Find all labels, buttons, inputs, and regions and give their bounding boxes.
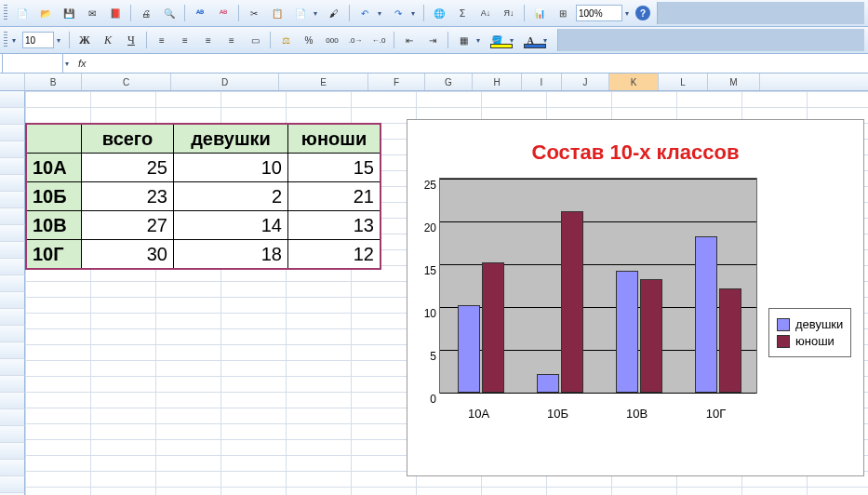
column-header-M[interactable]: M [708,74,760,90]
undo-dropdown-icon[interactable]: ▾ [378,9,385,18]
redo-dropdown-icon[interactable]: ▾ [411,9,419,18]
cell-girls[interactable]: 10 [174,154,288,182]
cell-total[interactable]: 23 [82,182,174,211]
row-header-8[interactable] [0,175,25,192]
cell-total[interactable]: 30 [82,240,174,270]
column-header-B[interactable]: B [25,74,82,90]
export-pdf-icon[interactable]: 📕 [105,3,126,23]
name-box-dropdown-icon[interactable]: ▾ [65,60,73,68]
cut-icon[interactable]: ✂ [244,3,264,23]
italic-button[interactable]: К [98,30,118,50]
cell-girls[interactable]: 14 [174,211,288,240]
preview-icon[interactable]: 🔍 [159,3,180,23]
row-header-16[interactable] [0,309,25,326]
row-header-4[interactable] [0,108,25,125]
spellcheck-icon[interactable]: ᴬᴮ [190,3,210,23]
row-header-9[interactable] [0,192,25,208]
chart-object[interactable]: Состав 10-х классов 0510152025 10А10Б10В… [407,119,864,476]
print-icon[interactable]: 🖨 [136,3,156,23]
align-justify-icon[interactable]: ≡ [221,30,242,50]
redo-icon[interactable]: ↷ [388,3,408,23]
row-header-20[interactable] [0,376,25,393]
cells-area[interactable]: всего девушки юноши 10А25101510Б2322110В… [25,91,868,495]
chart-icon[interactable]: 📊 [529,3,550,23]
column-header-F[interactable]: F [368,74,425,90]
name-box[interactable] [2,53,63,74]
row-header-17[interactable] [0,326,25,342]
help-icon[interactable]: ? [635,6,650,20]
underline-button[interactable]: Ч [121,30,141,50]
row-header-10[interactable] [0,208,25,225]
row-header-21[interactable] [0,393,25,409]
format-paint-icon[interactable]: 🖌 [324,3,344,23]
align-right-icon[interactable]: ≡ [198,30,219,50]
open-icon[interactable]: 📂 [35,3,56,23]
row-header-13[interactable] [0,259,25,275]
toolbar-handle[interactable] [4,5,7,21]
merge-cells-icon[interactable]: ▭ [245,30,265,50]
row-header-3[interactable] [0,91,25,108]
row-header-15[interactable] [0,292,25,309]
navigator-icon[interactable]: ⊞ [553,3,573,23]
cell-boys[interactable]: 21 [288,182,381,211]
cell-boys[interactable]: 15 [288,154,381,182]
sort-asc-icon[interactable]: А↓ [475,3,496,23]
percent-icon[interactable]: % [299,30,319,50]
row-header-11[interactable] [0,225,25,242]
fill-color-icon[interactable]: 🪣 [487,30,507,50]
column-header-I[interactable]: I [522,74,562,90]
column-header-K[interactable]: K [609,74,659,90]
autospell-icon[interactable]: ᴬᴮ [213,3,234,23]
select-all-corner[interactable] [0,74,25,91]
row-header-22[interactable] [0,409,25,426]
bold-button[interactable]: Ж [74,30,95,50]
formula-input[interactable] [92,54,868,73]
row-header-26[interactable] [0,476,25,493]
copy-icon[interactable]: 📋 [267,3,287,23]
currency-icon[interactable]: ⚖ [275,30,296,50]
fx-label[interactable]: fx [78,58,87,69]
remove-decimal-icon[interactable]: ←.0 [368,30,389,50]
align-center-icon[interactable]: ≡ [175,30,195,50]
undo-icon[interactable]: ↶ [354,3,375,23]
font-color-icon[interactable]: A [520,30,541,50]
thousands-icon[interactable]: 000 [322,30,342,50]
row-header-5[interactable] [0,125,25,141]
cell-total[interactable]: 25 [82,154,174,182]
row-header-12[interactable] [0,242,25,259]
row-header-6[interactable] [0,141,25,158]
column-header-D[interactable]: D [171,74,279,90]
row-header-24[interactable] [0,443,25,460]
sort-desc-icon[interactable]: Я↓ [499,3,519,23]
add-decimal-icon[interactable]: .0→ [345,30,366,50]
cell-boys[interactable]: 12 [288,240,381,270]
cell-girls[interactable]: 2 [174,182,288,211]
row-header-25[interactable] [0,460,25,476]
column-header-H[interactable]: H [473,74,522,90]
row-header-18[interactable] [0,342,25,359]
column-header-L[interactable]: L [659,74,708,90]
new-doc-icon[interactable]: 📄 [12,3,33,23]
column-header-E[interactable]: E [279,74,368,90]
save-icon[interactable]: 💾 [59,3,79,23]
column-header-J[interactable]: J [562,74,609,90]
paste-dropdown-icon[interactable]: ▾ [314,9,321,18]
increase-indent-icon[interactable]: ⇥ [422,30,443,50]
mail-icon[interactable]: ✉ [82,3,102,23]
font-size-input[interactable] [22,32,54,48]
column-header-C[interactable]: C [82,74,171,90]
font-size-dropdown-icon[interactable]: ▾ [57,36,64,45]
toolbar-handle[interactable] [4,32,7,48]
borders-icon[interactable]: ▦ [453,30,474,50]
align-left-icon[interactable]: ≡ [152,30,172,50]
paste-icon[interactable]: 📄 [290,3,311,23]
cell-boys[interactable]: 13 [288,211,381,240]
column-header-G[interactable]: G [425,74,473,90]
row-header-7[interactable] [0,158,25,175]
row-header-23[interactable] [0,426,25,443]
cell-girls[interactable]: 18 [174,240,288,270]
zoom-dropdown-icon[interactable]: ▾ [625,9,633,18]
decrease-indent-icon[interactable]: ⇤ [399,30,420,50]
font-name-dropdown-icon[interactable]: ▾ [12,36,20,45]
zoom-input[interactable] [576,5,622,21]
